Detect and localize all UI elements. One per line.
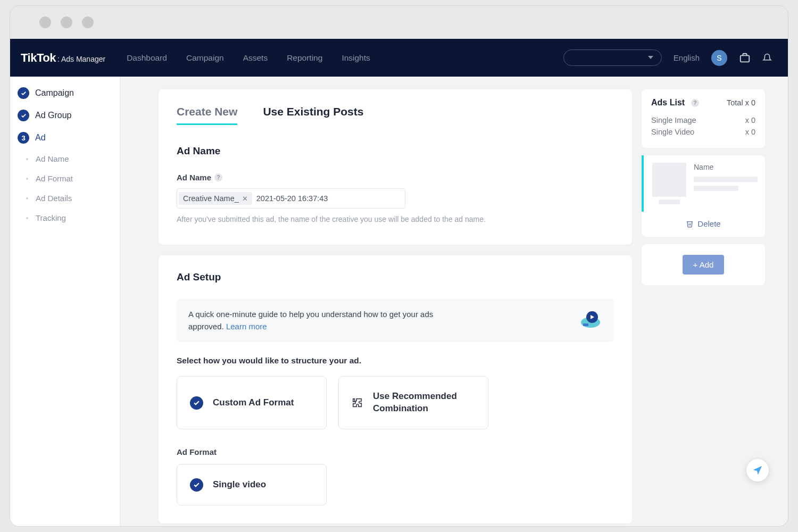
window-dot	[39, 16, 51, 28]
check-icon	[18, 87, 29, 99]
preview-name-label: Name	[694, 163, 758, 171]
option-label: Use Recommended Combination	[373, 390, 475, 415]
avatar-initial: S	[717, 54, 721, 62]
nav-dashboard[interactable]: Dashboard	[127, 53, 167, 63]
add-card: + Add	[642, 244, 765, 285]
nav-insights[interactable]: Insights	[342, 53, 370, 63]
delete-label: Delete	[697, 219, 720, 228]
avatar[interactable]: S	[711, 50, 727, 66]
guide-text-body: A quick one-minute guide to help you und…	[188, 310, 433, 331]
check-icon	[18, 110, 29, 121]
browser-titlebar	[10, 6, 788, 39]
sidebar-sub-label: Tracking	[36, 213, 66, 222]
bell-icon[interactable]	[762, 52, 772, 64]
guide-video-icon[interactable]	[579, 311, 602, 331]
logo-sub: : Ads Manager	[57, 55, 105, 63]
account-dropdown[interactable]	[563, 49, 662, 66]
section-title-adname: Ad Name	[177, 145, 614, 157]
top-nav: Dashboard Campaign Assets Reporting Insi…	[127, 53, 370, 63]
logo: TikTok : Ads Manager	[21, 51, 105, 65]
help-icon[interactable]: ?	[691, 99, 699, 107]
paper-plane-icon	[752, 465, 763, 476]
sidebar-sub-adname[interactable]: Ad Name	[10, 149, 120, 169]
sidebar-sub-adformat[interactable]: Ad Format	[10, 169, 120, 188]
option-recommended[interactable]: Use Recommended Combination	[338, 376, 488, 429]
tag-text: Creative Name_	[183, 194, 239, 203]
app-header: TikTok : Ads Manager Dashboard Campaign …	[10, 39, 788, 77]
approval-guide: A quick one-minute guide to help you und…	[177, 299, 614, 342]
learn-more-link[interactable]: Learn more	[226, 322, 267, 331]
delete-button[interactable]: Delete	[642, 219, 765, 228]
option-custom-format[interactable]: Custom Ad Format	[177, 376, 327, 429]
close-icon[interactable]: ✕	[242, 195, 248, 203]
sidebar-sub-tracking[interactable]: Tracking	[10, 208, 120, 228]
sidebar-sub-addetails[interactable]: Ad Details	[10, 188, 120, 208]
ad-format-label: Ad Format	[177, 447, 614, 456]
window-dot	[61, 16, 72, 28]
skeleton-line	[694, 186, 738, 191]
nav-assets[interactable]: Assets	[243, 53, 268, 63]
window-dot	[82, 16, 94, 28]
sidebar-step-label: Ad Group	[35, 111, 71, 120]
puzzle-icon	[352, 397, 363, 409]
tab-use-existing[interactable]: Use Existing Posts	[263, 105, 363, 125]
structure-prompt: Select how you would like to structure y…	[177, 356, 614, 365]
field-label-adname: Ad Name ?	[177, 173, 614, 182]
nav-reporting[interactable]: Reporting	[287, 53, 322, 63]
skeleton-line	[694, 177, 758, 182]
check-icon	[190, 478, 203, 492]
add-button[interactable]: + Add	[683, 255, 725, 275]
logo-main: TikTok	[21, 51, 56, 65]
option-label: Custom Ad Format	[213, 397, 294, 408]
briefcase-icon[interactable]	[739, 52, 751, 64]
sidebar-step-adgroup[interactable]: Ad Group	[10, 104, 120, 127]
help-floating-button[interactable]	[746, 459, 769, 481]
list-row-label: Single Image	[651, 116, 696, 124]
trash-icon	[686, 220, 694, 228]
sidebar-sub-label: Ad Details	[36, 194, 72, 203]
ad-preview-card: Name Delete	[642, 155, 765, 237]
svg-rect-0	[741, 55, 750, 62]
ads-list-total: Total x 0	[727, 98, 755, 107]
help-icon[interactable]: ?	[214, 173, 222, 181]
preview-caption-skeleton	[659, 200, 680, 204]
list-row-count: x 0	[745, 128, 755, 136]
step-sidebar: Campaign Ad Group 3 Ad Ad Name Ad Format…	[10, 77, 120, 526]
ad-name-tag: Creative Name_ ✕	[179, 192, 252, 205]
option-label: Single video	[213, 479, 266, 490]
check-icon	[190, 396, 203, 410]
svg-rect-4	[583, 323, 588, 326]
step-number-icon: 3	[18, 132, 29, 144]
sidebar-step-label: Campaign	[35, 88, 74, 98]
field-label-text: Ad Name	[177, 173, 211, 182]
language-select[interactable]: English	[674, 53, 700, 62]
list-row-label: Single Video	[651, 128, 694, 136]
ads-list-card: Ads List ? Total x 0 Single Image x 0 Si…	[642, 89, 765, 148]
ad-setup-card: Ad Setup A quick one-minute guide to hel…	[159, 255, 632, 523]
ad-name-text-input[interactable]	[252, 194, 403, 203]
ad-name-input[interactable]: Creative Name_ ✕	[177, 188, 405, 209]
ads-list-title: Ads List	[651, 98, 685, 107]
nav-campaign[interactable]: Campaign	[186, 53, 224, 63]
ad-name-hint: After you've submitted this ad, the name…	[177, 215, 614, 223]
ad-name-card: Create New Use Existing Posts Ad Name Ad…	[159, 89, 632, 245]
preview-thumbnail	[652, 163, 686, 197]
sidebar-step-campaign[interactable]: Campaign	[10, 82, 120, 104]
tab-create-new[interactable]: Create New	[177, 105, 237, 125]
sidebar-step-ad[interactable]: 3 Ad	[10, 127, 120, 149]
list-row: Single Image x 0	[651, 116, 755, 124]
list-row: Single Video x 0	[651, 128, 755, 136]
sidebar-sub-label: Ad Name	[36, 154, 69, 163]
sidebar-sub-label: Ad Format	[36, 174, 73, 183]
sidebar-step-label: Ad	[35, 133, 46, 143]
section-title-adsetup: Ad Setup	[177, 271, 614, 283]
option-single-video[interactable]: Single video	[177, 464, 327, 505]
list-row-count: x 0	[745, 116, 755, 124]
guide-text: A quick one-minute guide to help you und…	[188, 309, 444, 332]
